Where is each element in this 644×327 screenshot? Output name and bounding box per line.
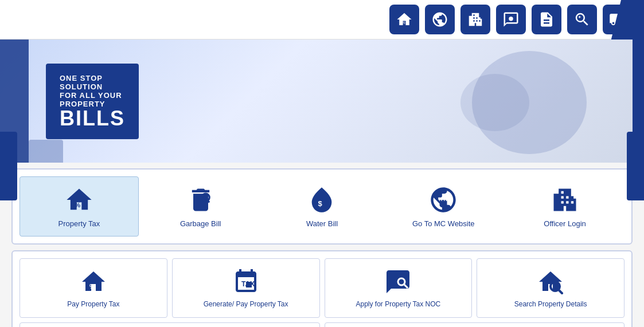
- search-property-icon: [537, 268, 564, 296]
- water-bill-icon: $: [307, 185, 337, 215]
- action-card-generate-pay[interactable]: TAX Generate/ Pay Property Tax: [172, 258, 320, 318]
- menu-section: % Property Tax Garbage Bill: [11, 168, 633, 245]
- action-grid-bottom: Check NOC Status Demand / Collection Pro…: [19, 322, 625, 327]
- menu-card-mc-website-label: Go To MC Website: [412, 219, 475, 228]
- action-card-search-property[interactable]: Search Property Details: [477, 258, 625, 318]
- svg-text:%: %: [89, 283, 95, 290]
- nav-search-home-icon[interactable]: [567, 5, 597, 34]
- hero-bg-circle2: [460, 74, 529, 131]
- deco-bottom-left: [29, 140, 63, 163]
- menu-card-garbage-bill[interactable]: Garbage Bill: [141, 176, 260, 237]
- menu-card-officer-login-label: Officer Login: [544, 219, 586, 228]
- action-card-pay-property-tax[interactable]: % Pay Property Tax: [19, 258, 167, 318]
- hero-bills: BILLS: [60, 108, 125, 129]
- action-grid-top: % Pay Property Tax TAX Generate/ Pay Pro…: [19, 258, 625, 318]
- svg-text:WWW: WWW: [439, 196, 453, 202]
- nav-document-icon[interactable]: [532, 5, 561, 34]
- menu-card-garbage-bill-label: Garbage Bill: [180, 219, 221, 228]
- action-card-apply-noc-label: Apply for Property Tax NOC: [356, 300, 440, 308]
- menu-cards: % Property Tax Garbage Bill: [19, 176, 625, 237]
- main-content: % Property Tax Garbage Bill: [0, 163, 644, 327]
- menu-card-water-bill[interactable]: $ Water Bill: [263, 176, 382, 237]
- action-card-generate-pay-label: Generate/ Pay Property Tax: [204, 300, 288, 308]
- hero-banner: ONE STOP SOLUTION FOR ALL YOUR PROPERTY …: [0, 40, 644, 163]
- action-card-apply-noc[interactable]: Apply for Property Tax NOC: [325, 258, 473, 318]
- menu-card-water-bill-label: Water Bill: [306, 219, 338, 228]
- nav-certificate-icon[interactable]: [496, 5, 526, 34]
- deco-side-left: [0, 132, 17, 200]
- svg-text:%: %: [75, 202, 80, 208]
- property-tax-icon: %: [64, 185, 94, 215]
- top-navigation: %: [0, 0, 644, 40]
- nav-icon-list: %: [389, 5, 633, 34]
- generate-pay-icon: TAX: [232, 268, 260, 296]
- officer-login-icon: [550, 185, 580, 215]
- garbage-bill-icon: [186, 185, 216, 215]
- hero-line1: ONE STOP: [60, 74, 125, 82]
- action-card-pay-property-tax-label: Pay Property Tax: [67, 300, 119, 308]
- hero-line3: FOR ALL YOUR: [60, 91, 125, 100]
- menu-card-officer-login[interactable]: Officer Login: [505, 176, 625, 237]
- apply-noc-icon: [384, 268, 412, 296]
- action-section: % Pay Property Tax TAX Generate/ Pay Pro…: [11, 250, 633, 327]
- pay-property-tax-icon: %: [80, 268, 107, 296]
- svg-point-1: [509, 17, 513, 21]
- menu-card-property-tax-label: Property Tax: [58, 219, 100, 228]
- svg-text:%: %: [401, 20, 405, 25]
- action-card-demand-collection[interactable]: Demand / Collection Property Bills: [325, 322, 625, 327]
- svg-text:TAX: TAX: [241, 280, 255, 288]
- menu-card-property-tax[interactable]: % Property Tax: [19, 176, 139, 237]
- hero-line2: SOLUTION: [60, 82, 125, 91]
- deco-side-right: [627, 132, 644, 200]
- nav-building-icon[interactable]: [460, 5, 490, 34]
- mc-website-icon: WWW: [428, 185, 458, 215]
- action-card-check-noc[interactable]: Check NOC Status: [19, 322, 320, 327]
- action-card-search-property-label: Search Property Details: [514, 300, 587, 308]
- nav-globe-icon[interactable]: [425, 5, 455, 34]
- nav-property-tax-icon[interactable]: %: [389, 5, 419, 34]
- menu-card-mc-website[interactable]: WWW Go To MC Website: [384, 176, 503, 237]
- svg-text:$: $: [318, 199, 323, 208]
- hero-text-box: ONE STOP SOLUTION FOR ALL YOUR PROPERTY …: [46, 64, 139, 139]
